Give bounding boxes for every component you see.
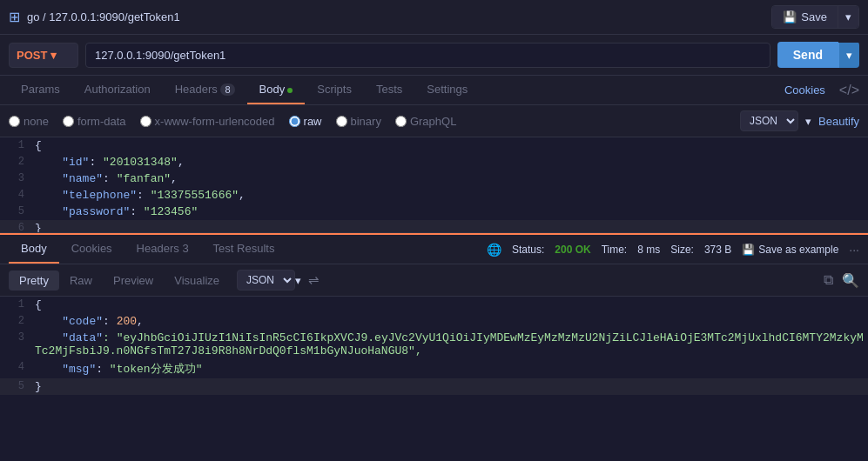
editor-area: 1 { 2 "id": "201031348", 3 "name": "fanf…: [0, 137, 868, 233]
size-value: 373 B: [704, 244, 731, 256]
radio-x-www[interactable]: x-www-form-urlencoded: [140, 115, 275, 128]
method-selector[interactable]: POST ▾: [9, 43, 78, 68]
search-button[interactable]: 🔍: [842, 272, 859, 289]
body-dot: [287, 88, 293, 93]
response-meta: 🌐 Status: 200 OK Time: 8 ms Size: 373 B …: [487, 243, 859, 257]
request-tabs: Params Authorization Headers 8 Body Scri…: [0, 76, 868, 105]
save-example-icon: 💾: [742, 244, 755, 256]
request-bar: POST ▾ Send ▾: [0, 35, 868, 76]
save-icon: 💾: [783, 10, 797, 23]
tab-scripts[interactable]: Scripts: [305, 76, 364, 104]
size-label: Size:: [670, 244, 694, 256]
resp-line-1: 1 {: [0, 297, 868, 313]
resp-line-4: 4 "msg": "token分发成功": [0, 359, 868, 378]
fmt-tab-preview[interactable]: Preview: [103, 271, 164, 291]
status-label: Status:: [512, 244, 544, 256]
method-chevron-icon: ▾: [50, 49, 57, 62]
beautify-button[interactable]: Beautify: [818, 115, 859, 128]
cookies-link[interactable]: Cookies: [784, 84, 825, 97]
code-line-3: 3 "name": "fanfan",: [0, 170, 868, 187]
code-line-5: 5 "password": "123456": [0, 204, 868, 220]
tab-params[interactable]: Params: [9, 76, 72, 104]
time-label: Time:: [602, 244, 628, 256]
url-input[interactable]: [85, 43, 770, 68]
response-body[interactable]: 1 { 2 "code": 200, 3 "data": "eyJhbGciOi…: [0, 297, 868, 414]
tab-authorization[interactable]: Authorization: [72, 76, 163, 104]
tabs-right: Cookies </>: [784, 83, 859, 98]
tab-body[interactable]: Body: [247, 76, 306, 104]
fmt-tab-visualize[interactable]: Visualize: [164, 271, 230, 291]
tab-headers[interactable]: Headers 8: [163, 76, 247, 104]
tab-tests[interactable]: Tests: [364, 76, 414, 104]
resp-line-5: 5 }: [0, 378, 868, 395]
response-format-bar: Pretty Raw Preview Visualize JSON ▾ ⇌ ⧉ …: [0, 264, 868, 297]
response-format-selector[interactable]: JSON: [237, 270, 295, 291]
copy-button[interactable]: ⧉: [824, 272, 833, 288]
tab-settings[interactable]: Settings: [414, 76, 480, 104]
fmt-tab-raw[interactable]: Raw: [59, 271, 103, 291]
code-icon[interactable]: </>: [839, 83, 859, 98]
editor-container: 1 { 2 "id": "201031348", 3 "name": "fanf…: [0, 137, 868, 233]
resp-line-3: 3 "data": "eyJhbGciOiJIUzI1NiIsInR5cCI6I…: [0, 330, 868, 359]
time-value: 8 ms: [637, 244, 660, 256]
resp-tab-test-results[interactable]: Test Results: [201, 235, 287, 264]
resp-headers-badge: 3: [182, 242, 188, 255]
format-selector[interactable]: JSON: [740, 110, 798, 131]
save-dropdown-button[interactable]: ▾: [838, 6, 858, 28]
code-line-6: 6 }: [0, 220, 868, 233]
resp-tab-headers[interactable]: Headers 3: [124, 235, 201, 264]
breadcrumb: go / 127.0.0.1:9090/getToken1: [27, 10, 180, 23]
resp-format-right: ⧉ 🔍: [824, 272, 859, 289]
send-dropdown-button[interactable]: ▾: [838, 43, 859, 68]
fmt-tab-pretty[interactable]: Pretty: [9, 271, 59, 291]
resp-line-2: 2 "code": 200,: [0, 313, 868, 330]
radio-binary[interactable]: binary: [336, 115, 381, 128]
code-line-1: 1 {: [0, 137, 868, 154]
radio-form-data[interactable]: form-data: [63, 115, 126, 128]
radio-none[interactable]: none: [9, 115, 49, 128]
resp-tab-body[interactable]: Body: [9, 235, 59, 264]
save-example-button[interactable]: 💾 Save as example: [742, 244, 838, 256]
send-button-group: Send ▾: [777, 42, 859, 68]
radio-graphql[interactable]: GraphQL: [395, 115, 456, 128]
radio-raw[interactable]: raw: [289, 115, 322, 128]
globe-icon: 🌐: [487, 243, 501, 257]
app-icon: ⊞: [9, 9, 20, 25]
filter-icon[interactable]: ⇌: [308, 272, 320, 288]
save-button[interactable]: 💾 Save: [772, 6, 838, 28]
body-options-right: JSON ▾ Beautify: [740, 110, 859, 131]
send-button[interactable]: Send: [777, 42, 838, 68]
status-value: 200 OK: [555, 244, 590, 256]
save-button-group: 💾 Save ▾: [771, 5, 859, 29]
method-label: POST: [17, 49, 47, 62]
top-bar: ⊞ go / 127.0.0.1:9090/getToken1 💾 Save ▾: [0, 0, 868, 35]
code-line-4: 4 "telephone": "13375551666",: [0, 187, 868, 204]
headers-badge: 8: [220, 84, 234, 96]
body-options-bar: none form-data x-www-form-urlencoded raw…: [0, 105, 868, 137]
more-options-button[interactable]: ···: [849, 243, 859, 257]
response-tabs: Body Cookies Headers 3 Test Results 🌐 St…: [0, 233, 868, 264]
resp-tab-cookies[interactable]: Cookies: [59, 235, 124, 264]
request-body-editor[interactable]: 1 { 2 "id": "201031348", 3 "name": "fanf…: [0, 137, 868, 233]
code-line-2: 2 "id": "201031348",: [0, 154, 868, 170]
